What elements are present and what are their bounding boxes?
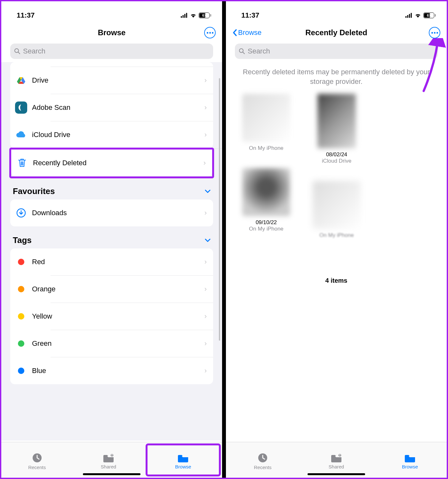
tag-dot-icon: [18, 340, 24, 347]
chevron-left-icon: [232, 29, 237, 37]
search-icon: [239, 48, 245, 54]
cellular-icon: [181, 13, 188, 18]
chevron-down-icon: [205, 239, 211, 242]
file-thumbnail: [242, 168, 290, 216]
chevron-right-icon: ›: [204, 367, 207, 375]
trash-icon: [18, 158, 26, 168]
tab-recents[interactable]: Recents: [226, 442, 300, 478]
svg-rect-3: [186, 13, 187, 18]
location-drive[interactable]: Drive ›: [10, 67, 213, 94]
deleted-content[interactable]: Recently deleted items may be permanentl…: [226, 62, 447, 441]
chevron-right-icon: ›: [204, 209, 207, 217]
svg-rect-0: [181, 16, 182, 18]
tag-dot-icon: [18, 259, 24, 265]
chevron-right-icon: ›: [204, 103, 207, 112]
battery-indicator: 67: [423, 12, 436, 18]
search-input[interactable]: Search: [10, 44, 213, 59]
status-bar: 11:37 67: [1, 1, 222, 24]
chevron-right-icon: ›: [204, 312, 207, 321]
tab-bar: Recents Shared Browse: [1, 442, 222, 478]
more-button[interactable]: [204, 27, 216, 38]
tag-red[interactable]: Red ›: [10, 248, 213, 275]
tag-blue[interactable]: Blue ›: [10, 357, 213, 384]
tab-shared[interactable]: Shared: [300, 442, 373, 478]
folder-icon: [177, 453, 189, 463]
cellular-icon: [405, 13, 412, 18]
svg-rect-15: [405, 16, 406, 18]
location-adobe-scan[interactable]: Adobe Scan ›: [10, 94, 213, 121]
status-time: 11:37: [241, 11, 259, 20]
deleted-item[interactable]: 09/10/22 On My iPhone: [233, 168, 300, 239]
chevron-right-icon: ›: [204, 258, 207, 266]
nav-header: Browse: [1, 24, 222, 42]
tag-dot-icon: [18, 368, 24, 374]
more-button[interactable]: [429, 27, 440, 38]
wifi-icon: [414, 13, 421, 18]
svg-line-20: [243, 52, 244, 54]
svg-point-19: [239, 49, 243, 53]
folder-icon: [404, 453, 416, 463]
download-icon: [16, 208, 26, 218]
tab-recents[interactable]: Recents: [1, 442, 73, 478]
search-placeholder: Search: [248, 47, 270, 55]
tab-bar: Recents Shared Browse: [226, 442, 447, 478]
favourite-downloads[interactable]: Downloads ›: [10, 199, 213, 226]
tag-dot-icon: [18, 313, 24, 320]
favourites-header[interactable]: Favourites: [1, 177, 222, 199]
location-recently-deleted[interactable]: Recently Deleted ›: [11, 150, 212, 176]
tag-dot-icon: [18, 286, 24, 292]
shared-folder-icon: [331, 453, 342, 463]
svg-point-23: [339, 454, 340, 456]
status-time: 11:37: [17, 11, 35, 20]
search-input[interactable]: Search: [235, 44, 438, 59]
battery-indicator: 67: [199, 12, 211, 18]
home-indicator[interactable]: [308, 473, 365, 475]
chevron-right-icon: ›: [204, 131, 207, 139]
adobe-scan-icon: [15, 101, 27, 114]
chevron-right-icon: ›: [204, 339, 207, 348]
search-placeholder: Search: [23, 47, 45, 55]
tags-header[interactable]: Tags: [1, 226, 222, 248]
home-indicator[interactable]: [83, 473, 140, 475]
wifi-icon: [190, 13, 197, 18]
back-button[interactable]: Browse: [232, 28, 261, 37]
clock-icon: [257, 452, 268, 463]
drive-icon: [17, 77, 26, 84]
chevron-right-icon: ›: [204, 159, 206, 167]
page-title: Browse: [1, 28, 222, 37]
tab-browse[interactable]: Browse: [146, 443, 221, 476]
clock-icon: [32, 452, 43, 463]
svg-rect-16: [407, 15, 408, 18]
svg-line-5: [18, 52, 20, 54]
location-icloud-drive[interactable]: iCloud Drive ›: [10, 121, 213, 148]
svg-point-4: [15, 49, 19, 53]
chevron-right-icon: ›: [204, 285, 207, 293]
file-thumbnail: [242, 94, 290, 142]
deletion-notice: Recently deleted items may be permanentl…: [230, 62, 443, 94]
svg-rect-1: [183, 15, 184, 18]
svg-rect-2: [184, 14, 185, 18]
file-thumbnail: [313, 181, 361, 229]
icloud-icon: [16, 131, 27, 139]
deleted-item[interactable]: 08/02/24 iCloud Drive: [303, 94, 370, 164]
file-thumbnail: [317, 94, 356, 148]
search-icon: [14, 48, 20, 54]
chevron-right-icon: ›: [204, 76, 207, 85]
tag-orange[interactable]: Orange ›: [10, 276, 213, 303]
nav-header: Browse Recently Deleted: [226, 24, 447, 42]
chevron-down-icon: [205, 190, 211, 193]
scrollbar[interactable]: [219, 78, 220, 341]
shared-folder-icon: [103, 453, 114, 463]
tab-browse[interactable]: Browse: [373, 442, 447, 478]
tab-shared[interactable]: Shared: [73, 442, 144, 478]
deleted-item[interactable]: On My iPhone: [303, 181, 370, 239]
svg-point-14: [111, 454, 113, 456]
status-bar: 11:37 67: [226, 1, 447, 24]
svg-rect-17: [409, 14, 410, 18]
browse-content[interactable]: Drive › Adobe Scan › iCloud Drive › Rece…: [1, 62, 222, 441]
items-count: 4 items: [230, 277, 443, 284]
tag-green[interactable]: Green ›: [10, 330, 213, 357]
deleted-item[interactable]: On My iPhone: [233, 94, 300, 164]
tag-yellow[interactable]: Yellow ›: [10, 303, 213, 330]
svg-rect-18: [411, 13, 412, 18]
